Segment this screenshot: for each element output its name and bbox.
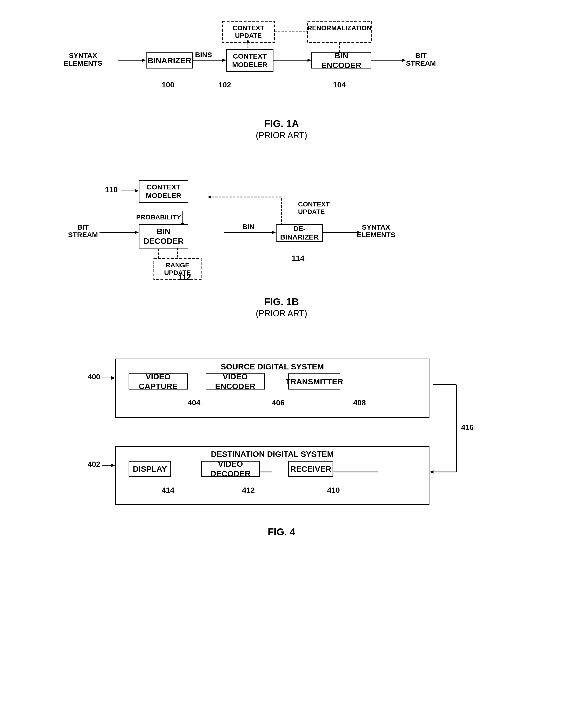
svg-text:UPDATE: UPDATE [298, 208, 325, 215]
transmitter-block: TRANSMITTER [289, 373, 340, 390]
context-modeler-block-1a: CONTEXTMODELER [226, 49, 273, 72]
context-update-label-1b: CONTEXT [298, 201, 330, 208]
fig1a-svg: SYNTAX ELEMENTS BINS BIT STREAM CONTEXT … [69, 14, 494, 104]
fig4-diagram: 400 416 404 406 408 402 [69, 337, 494, 522]
svg-text:UPDATE: UPDATE [235, 32, 261, 39]
ref-112: 112 [178, 273, 191, 281]
fig1a-diagram: SYNTAX ELEMENTS BINS BIT STREAM CONTEXT … [69, 14, 494, 113]
ref-114: 114 [292, 254, 305, 262]
svg-marker-24 [272, 231, 276, 234]
svg-marker-50 [111, 464, 115, 467]
ref-104: 104 [333, 81, 346, 89]
video-capture-block: VIDEO CAPTURE [129, 373, 188, 390]
svg-marker-4 [222, 59, 226, 62]
bin-encoder-block: BIN ENCODER [311, 52, 371, 69]
ref-110: 110 [105, 185, 117, 194]
fig1a-section: SYNTAX ELEMENTS BINS BIT STREAM CONTEXT … [19, 14, 544, 140]
bins-label: BINS [195, 51, 212, 59]
syntax-elements-label-1b: SYNTAX [362, 223, 390, 231]
fig1b-diagram: BIT STREAM PROBABILITY BIN SYNTAX ELEMEN… [69, 159, 494, 291]
bin-label: BIN [242, 223, 254, 231]
svg-text:ELEMENTS: ELEMENTS [357, 231, 395, 239]
fig1b-subtitle: (PRIOR ART) [256, 308, 307, 318]
binarizer-block: BINARIZER [146, 52, 193, 69]
svg-marker-38 [135, 189, 139, 193]
ref-416: 416 [461, 423, 474, 432]
ref-402: 402 [88, 460, 100, 468]
ref-100: 100 [162, 81, 174, 89]
range-update-label: RANGE [165, 261, 189, 269]
svg-marker-6 [308, 59, 311, 62]
ref-400: 400 [88, 373, 100, 381]
svg-marker-44 [430, 470, 434, 474]
svg-marker-40 [111, 376, 115, 380]
source-system-box: SOURCE DIGITAL SYSTEM VIDEO CAPTURE VIDE… [115, 359, 430, 418]
svg-marker-8 [402, 59, 406, 62]
svg-text:STREAM: STREAM [406, 59, 436, 67]
probability-label: PROBABILITY [136, 214, 181, 221]
receiver-block: RECEIVER [289, 461, 333, 477]
fig1a-title: FIG. 1A [264, 118, 299, 129]
fig4-title: FIG. 4 [268, 526, 296, 538]
bit-stream-label-1a: BIT [415, 51, 427, 59]
video-decoder-block: VIDEO DECODER [201, 461, 260, 477]
bit-stream-label-1b: BIT [77, 223, 89, 231]
bin-decoder-block: BINDECODER [139, 224, 188, 248]
video-encoder-block: VIDEO ENCODER [206, 373, 265, 390]
fig1b-section: BIT STREAM PROBABILITY BIN SYNTAX ELEMEN… [19, 159, 544, 318]
fig1b-svg: BIT STREAM PROBABILITY BIN SYNTAX ELEMEN… [69, 159, 494, 282]
svg-marker-20 [135, 231, 139, 234]
destination-system-box: DESTINATION DIGITAL SYSTEM DISPLAY VIDEO… [115, 446, 430, 505]
context-modeler-block-1b: CONTEXTMODELER [139, 180, 188, 203]
fig1b-title: FIG. 1B [264, 296, 299, 308]
svg-marker-30 [207, 195, 211, 199]
de-binarizer-block: DE-BINARIZER [276, 224, 323, 242]
svg-marker-1 [142, 59, 146, 62]
display-block: DISPLAY [129, 461, 171, 477]
context-update-label-1a: CONTEXT [232, 24, 264, 32]
svg-text:STREAM: STREAM [68, 231, 98, 239]
fig1a-subtitle: (PRIOR ART) [256, 130, 307, 140]
source-label: SOURCE DIGITAL SYSTEM [116, 362, 429, 371]
syntax-elements-label: SYNTAX [69, 51, 97, 59]
ref-102: 102 [218, 81, 231, 89]
renormalization-label: RENORMALIZATION [307, 24, 372, 32]
fig4-section: 400 416 404 406 408 402 [19, 337, 544, 538]
svg-text:ELEMENTS: ELEMENTS [64, 59, 102, 67]
destination-label: DESTINATION DIGITAL SYSTEM [116, 450, 429, 459]
